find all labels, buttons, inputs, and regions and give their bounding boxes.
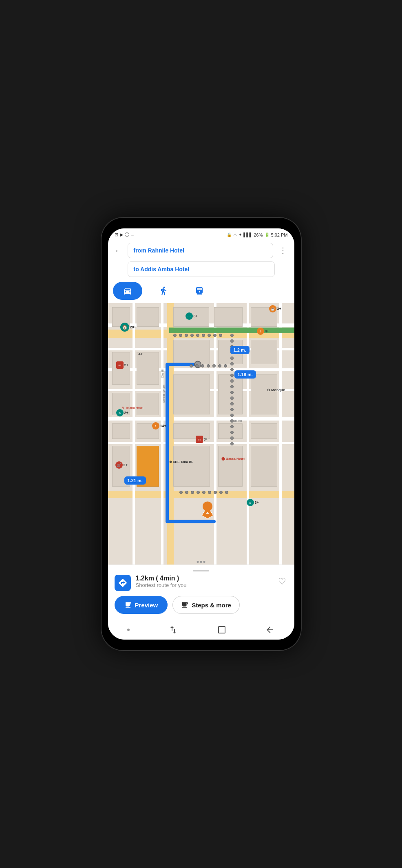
phone-frame: ⊡ ▶ ⓕ ··· 🔒 ⚠ ✦ ▌▌▌ 26% 🔋 5:02 PM ← from… xyxy=(101,217,302,651)
route-distance: 1.2km ( 4min ) xyxy=(136,575,187,582)
steps-button[interactable]: Steps & more xyxy=(172,596,240,614)
media-icon: ⊡ xyxy=(115,232,118,237)
alert-icon: ⚠ xyxy=(233,232,237,237)
svg-marker-0 xyxy=(202,507,213,519)
block4 xyxy=(214,307,243,327)
phone-screen: ⊡ ▶ ⓕ ··· 🔒 ⚠ ✦ ▌▌▌ 26% 🔋 5:02 PM ← from… xyxy=(108,228,294,640)
preview-button[interactable]: Preview xyxy=(115,596,168,614)
poi-4plus: ! 4+ xyxy=(257,328,269,335)
nav-back[interactable] xyxy=(257,623,283,636)
route-info-row: 1.2km ( 4min ) Shortest route for you ♡ xyxy=(115,575,288,591)
map-container: 1.2 m. 1.18 m. 1.21 m. 🏠 20+ m 8+ ☕ 3+ xyxy=(108,303,294,565)
battery-percent: 26% xyxy=(254,232,263,237)
bottom-nav xyxy=(108,619,294,640)
dots-horizontal-top xyxy=(173,334,222,337)
block15 xyxy=(251,374,277,414)
block10 xyxy=(251,340,277,364)
dots-horizontal-mid xyxy=(190,364,227,368)
to-input[interactable]: to Addis Amba Hotel xyxy=(128,261,275,277)
drag-indicator xyxy=(115,568,288,575)
poi-4plus-left: 4+ xyxy=(139,352,143,356)
status-bar: ⊡ ▶ ⓕ ··· 🔒 ⚠ ✦ ▌▌▌ 26% 🔋 5:02 PM xyxy=(108,228,294,239)
svg-point-3 xyxy=(127,629,130,631)
signal-icon: ✦ xyxy=(239,232,242,237)
tab-car[interactable] xyxy=(113,282,142,300)
dot-icon xyxy=(127,629,130,631)
steps-icon xyxy=(181,601,188,609)
nav-route[interactable] xyxy=(160,623,186,636)
svg-rect-4 xyxy=(219,627,225,633)
dist-bubble-3: 1.21 m. xyxy=(124,476,146,485)
route-info-left: 1.2km ( 4min ) Shortest route for you xyxy=(115,575,187,591)
road-v-yellow xyxy=(167,303,174,565)
dist-bubble-2: 1.18 m. xyxy=(234,370,256,379)
nav-icon xyxy=(115,575,131,591)
action-buttons: Preview Steps & more xyxy=(115,596,288,614)
battery-icon: 🔋 xyxy=(265,232,269,237)
map-area[interactable]: 1.2 m. 1.18 m. 1.21 m. 🏠 20+ m 8+ ☕ 3+ xyxy=(108,303,294,565)
poi-2plus-mid-left: $ 2+ xyxy=(116,409,128,416)
from-row: ← from Rahnile Hotel ⋮ xyxy=(113,243,289,258)
direction-icon xyxy=(118,578,128,588)
label-chebir: Che-Bir xyxy=(159,368,166,378)
route-switch-icon xyxy=(168,625,178,635)
bars-icon: ▌▌▌ xyxy=(243,232,252,237)
nav-square[interactable] xyxy=(209,624,234,636)
svg-marker-2 xyxy=(206,512,209,514)
label-gish: Gish-Ab xyxy=(230,416,242,423)
video-icon: ▶ xyxy=(120,232,123,237)
more-status-icon: ··· xyxy=(131,232,135,237)
block8 xyxy=(173,340,210,364)
road-v2 xyxy=(161,303,163,565)
drag-dot-2 xyxy=(200,561,202,563)
time: 5:02 PM xyxy=(271,232,288,237)
back-icon xyxy=(265,625,275,635)
map-drag-handle[interactable] xyxy=(197,561,205,563)
block25 xyxy=(251,446,277,487)
road-v1 xyxy=(133,303,135,565)
block24 xyxy=(218,446,243,487)
drag-dot-1 xyxy=(197,561,199,563)
status-icons-left: ⊡ ▶ ⓕ ··· xyxy=(115,232,135,238)
nav-dot[interactable] xyxy=(119,627,138,633)
label-mosque: ⊙ Mosque xyxy=(267,385,285,393)
route-details: 1.2km ( 4min ) Shortest route for you xyxy=(136,575,187,588)
tab-walk[interactable] xyxy=(149,282,178,300)
label-gassa: ⬤ Gassa Hotel xyxy=(221,454,245,461)
mode-tabs xyxy=(108,280,294,303)
car-icon xyxy=(123,286,133,296)
poi-shopping: 🛒 2+ xyxy=(115,461,128,469)
poi-8plus: m 8+ xyxy=(186,312,198,320)
steps-label: Steps & more xyxy=(192,602,231,609)
road-h5 xyxy=(108,417,294,421)
road-v4 xyxy=(247,303,249,565)
svg-point-1 xyxy=(203,502,212,512)
bottom-panel: 1.2km ( 4min ) Shortest route for you ♡ … xyxy=(108,565,294,619)
poi-hotel-left: m 2+ xyxy=(116,361,128,369)
lock-icon: 🔒 xyxy=(227,232,232,237)
poi-home: 🏠 20+ xyxy=(120,323,136,332)
road-v3 xyxy=(214,303,216,565)
destination-pin xyxy=(202,502,213,519)
back-button[interactable]: ← xyxy=(113,244,124,257)
preview-icon xyxy=(124,601,132,609)
block13 xyxy=(173,374,210,414)
block7 xyxy=(137,352,159,385)
walk-icon xyxy=(159,286,168,296)
transit-icon xyxy=(194,286,204,296)
header: ← from Rahnile Hotel ⋮ to Addis Amba Hot… xyxy=(108,239,294,280)
dist-bubble-1: 1.2 m. xyxy=(230,346,250,354)
preview-label: Preview xyxy=(135,602,158,609)
status-icons-right: 🔒 ⚠ ✦ ▌▌▌ 26% 🔋 5:02 PM xyxy=(227,232,287,237)
drag-bar xyxy=(193,570,209,571)
label-cbe: ⊕ CBE Tana Bi. xyxy=(169,457,193,465)
green-strip xyxy=(169,328,294,333)
from-input[interactable]: from Rahnile Hotel xyxy=(128,243,273,258)
poi-3plus-red: m 3+ xyxy=(196,436,208,443)
favorite-button[interactable]: ♡ xyxy=(276,575,288,589)
more-button[interactable]: ⋮ xyxy=(276,244,289,257)
block20 xyxy=(251,423,277,439)
tab-transit[interactable] xyxy=(185,282,214,300)
label-serene: Serene Selam xyxy=(160,385,168,403)
poi-14plus: ! 14+ xyxy=(152,422,166,430)
